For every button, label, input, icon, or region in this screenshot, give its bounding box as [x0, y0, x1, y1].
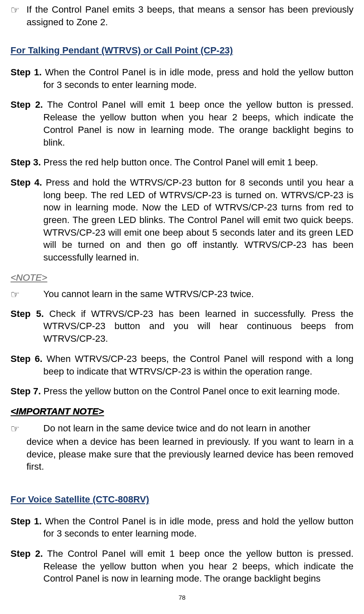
step-6: Step 6. When WTRVS/CP-23 beeps, the Cont…	[11, 353, 353, 377]
section-heading-voice-satellite: For Voice Satellite (CTC-808RV)	[11, 493, 353, 506]
step-3: Step 3. Press the red help button once. …	[11, 156, 353, 169]
step-label: Step 1.	[11, 516, 42, 526]
step-label: Step 3.	[11, 157, 41, 167]
step-1: Step 1. When the Control Panel is in idl…	[11, 66, 353, 91]
section-heading-pendant: For Talking Pendant (WTRVS) or Call Poin…	[11, 44, 353, 57]
step-label: Step 1.	[11, 67, 42, 77]
step-label: Step 4.	[11, 177, 42, 188]
step-label: Step 7.	[11, 386, 41, 396]
top-bullet: ☞ If the Control Panel emits 3 beeps, th…	[11, 3, 353, 28]
step-text: Check if WTRVS/CP-23 has been learned in…	[43, 308, 353, 344]
bullet-text: If the Control Panel emits 3 beeps, that…	[27, 3, 353, 28]
page-number: 78	[11, 593, 353, 602]
step-2-section2: Step 2. The Control Panel will emit 1 be…	[11, 548, 353, 585]
important-rest-text: device when a device has been learned in…	[11, 436, 353, 473]
step-label: Step 2.	[11, 548, 43, 559]
step-text: When WTRVS/CP-23 beeps, the Control Pane…	[43, 354, 353, 377]
step-7: Step 7. Press the yellow button on the C…	[11, 385, 353, 398]
step-4: Step 4. Press and hold the WTRVS/CP-23 b…	[11, 176, 353, 264]
pointing-hand-icon: ☞	[11, 3, 27, 28]
step-text: When the Control Panel is in idle mode, …	[43, 516, 353, 539]
note-heading: <NOTE>	[11, 271, 353, 284]
step-2: Step 2. The Control Panel will emit 1 be…	[11, 98, 353, 149]
pointing-hand-icon: ☞	[11, 422, 43, 436]
note-item: ☞ You cannot learn in the same WTRVS/CP-…	[11, 288, 353, 301]
pointing-hand-icon: ☞	[11, 288, 43, 301]
important-note-item: ☞ Do not learn in the same device twice …	[11, 422, 353, 473]
step-text: Press the red help button once. The Cont…	[43, 157, 318, 167]
important-note-heading: <IMPORTANT NOTE>	[11, 405, 353, 418]
step-text: The Control Panel will emit 1 beep once …	[43, 99, 353, 147]
step-text: Press the yellow button on the Control P…	[43, 386, 340, 396]
step-text: Press and hold the WTRVS/CP-23 button fo…	[43, 177, 353, 263]
step-label: Step 5.	[11, 308, 44, 319]
step-text: When the Control Panel is in idle mode, …	[43, 67, 353, 90]
step-label: Step 2.	[11, 99, 43, 110]
step-label: Step 6.	[11, 354, 43, 364]
step-5: Step 5. Check if WTRVS/CP-23 has been le…	[11, 308, 353, 345]
important-first-line: Do not learn in the same device twice an…	[43, 422, 311, 436]
step-1-section2: Step 1. When the Control Panel is in idl…	[11, 515, 353, 540]
step-text: The Control Panel will emit 1 beep once …	[43, 548, 353, 584]
note-text: You cannot learn in the same WTRVS/CP-23…	[43, 288, 353, 301]
